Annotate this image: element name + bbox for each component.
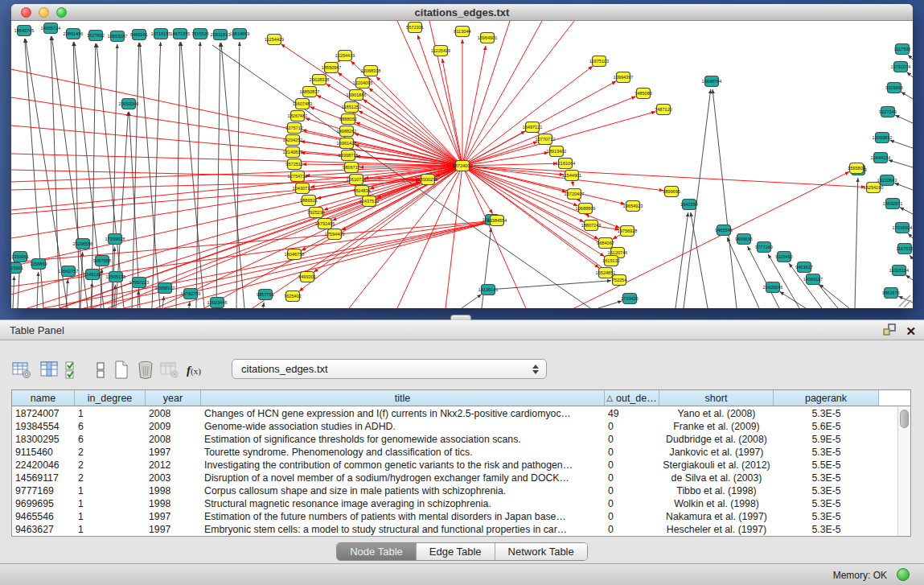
delete-column-icon[interactable] [133,358,158,382]
column-header-title[interactable]: title [201,390,605,406]
graph-node-label: 9857791 [257,292,274,297]
cell-title: Disruption of a novel member of a sodium… [201,472,605,484]
table-row[interactable]: 977716911998Corpus callosum shape and si… [12,484,897,497]
graph-node-label: 12610734 [347,177,367,182]
graph-node-label: 16046758 [285,252,305,257]
window-titlebar[interactable]: citations_edges.txt [11,4,913,21]
network-window: citations_edges.txt 18724007186437451405… [11,4,913,308]
import-table-icon[interactable] [158,358,182,382]
graph-node-label: 13942757 [59,269,79,274]
scrollbar-thumb[interactable] [900,410,909,428]
cell-pagerank: 5.3E-5 [774,407,879,420]
graph-node-label: 11544901 [562,173,581,178]
table-row[interactable]: 946554611997Estimation of the future num… [12,510,897,523]
graph-node-label: 12204095 [353,80,373,85]
cell-short: Franke et al. (2009) [659,420,774,433]
graph-node-label: 15524851 [596,270,616,275]
table-row[interactable]: 1938455462009Genome-wide association stu… [12,420,897,433]
column-header-in_degree[interactable]: in_degree [75,390,146,406]
tab-network-table[interactable]: Network Table [495,543,587,560]
panel-title: Table Panel [10,324,64,336]
graph-node-label: 9806717 [343,165,360,170]
table-tabbar: Node TableEdge TableNetwork Table [0,542,924,561]
column-header-pagerank[interactable]: pagerank [774,390,879,406]
splitter-handle[interactable] [450,315,471,320]
table-row[interactable]: 1872400712008Changes of HCN gene express… [12,407,897,420]
cell-title: Estimation of the future numbers of pati… [201,510,605,523]
cell-title: Genome-wide association studies in ADHD. [201,420,605,433]
tab-edge-table[interactable]: Edge Table [416,543,495,560]
cell-out_de: 0 [605,497,659,510]
cell-short: Stergiakouli et al. (2012) [659,459,774,472]
table-row[interactable]: 2242004622012Investigating the contribut… [12,459,897,472]
table-mode-icon[interactable] [10,358,34,382]
cell-in_degree: 1 [75,484,146,497]
vertical-scrollbar[interactable] [897,407,910,536]
graph-node-label: 18643745 [14,28,35,33]
tab-node-table[interactable]: Node Table [337,543,416,560]
graph-node-label: 15254190 [864,185,884,190]
column-header-out_de[interactable]: △out_de… [605,390,659,406]
table-row[interactable]: 946362711997Embryonic stem cells: a mode… [12,523,897,536]
graph-node-label: 19814069 [230,31,250,36]
cell-out_de: 49 [605,407,659,420]
cell-year: 2008 [146,433,201,446]
graph-node-label: 11975103 [589,59,609,64]
column-header-short[interactable]: short [659,390,774,406]
cell-pagerank: 5.5E-5 [774,459,879,472]
cell-year: 1997 [146,523,201,536]
table-select-dropdown[interactable]: citations_edges.txt [232,359,547,379]
graph-node-label: 11225419 [431,48,450,53]
graph-node-label: 12437512 [359,199,380,204]
cell-title: Embryonic stem cells: a model to study s… [201,523,605,536]
graph-node-label: 17359928 [105,237,125,241]
table-row[interactable]: 969969511998Structural magnetic resonanc… [12,497,897,510]
cell-short: Tibbo et al. (1998) [659,484,774,497]
cell-short: Jankovic et al. (1997) [659,446,774,459]
cell-year: 2008 [146,407,201,420]
close-panel-icon[interactable]: ✕ [906,325,916,338]
cell-year: 2009 [146,420,201,433]
table-row[interactable]: 1456911722003Disruption of a novel membe… [12,472,897,484]
graph-node-label: 9699695 [735,237,753,241]
cell-in_degree: 6 [75,433,146,446]
cell-short: Nakamura et al. (1997) [659,510,774,523]
graph-node-label: 10653287 [108,34,128,39]
cell-name: 18300295 [12,433,75,446]
graph-node-label: 14850837 [300,89,320,94]
graph-node-label: 14569117 [803,277,823,282]
select-rows-icon[interactable] [61,358,85,382]
graph-node-label: 9097588 [93,258,111,263]
graph-node-label: 12444154 [871,155,891,160]
create-column-icon[interactable] [109,358,133,382]
graph-node-label: 11254419 [265,37,284,42]
graph-node-label: 10770712 [536,137,556,142]
network-view[interactable]: 1872400718643745140557242089140615276021… [11,21,913,308]
cell-pagerank: 5.3E-5 [774,510,879,523]
cell-in_degree: 2 [75,472,146,484]
column-header-year[interactable]: year [146,390,201,406]
cell-year: 1997 [146,446,201,459]
table-row[interactable]: 1830029562008Estimation of significance … [12,433,897,446]
graph-node-label: 13368715 [339,153,359,158]
window-title: citations_edges.txt [11,6,913,20]
table-row[interactable]: 911546021997Tourette syndrome. Phenomeno… [12,446,897,459]
cell-pagerank: 5.3E-5 [774,446,879,459]
cell-short: Hescheler et al. (1997) [659,523,774,536]
column-header-name[interactable]: name [12,390,75,406]
graph-node-label: 1595801 [848,166,865,171]
function-builder-icon[interactable]: f(x) [182,358,206,382]
graph-node-label: 7515526 [191,31,209,36]
cell-title: Tourette syndrome. Phenomenology and cla… [201,446,605,459]
graph-node-label: 12093832 [873,135,893,140]
table-body: 1872400712008Changes of HCN gene express… [12,407,897,536]
graph-node-label: 9777169 [755,245,773,249]
graph-node-label: 12140817 [283,150,303,154]
graph-node-label: 7824834 [353,188,371,193]
graph-node-label: 12505135 [106,274,126,279]
cell-year: 1998 [146,497,201,510]
show-columns-icon[interactable] [37,358,61,382]
cell-title: Changes of HCN gene expression and I(f) … [201,407,605,420]
float-panel-icon[interactable] [883,323,896,339]
graph-node-label: 9572511 [285,162,302,167]
